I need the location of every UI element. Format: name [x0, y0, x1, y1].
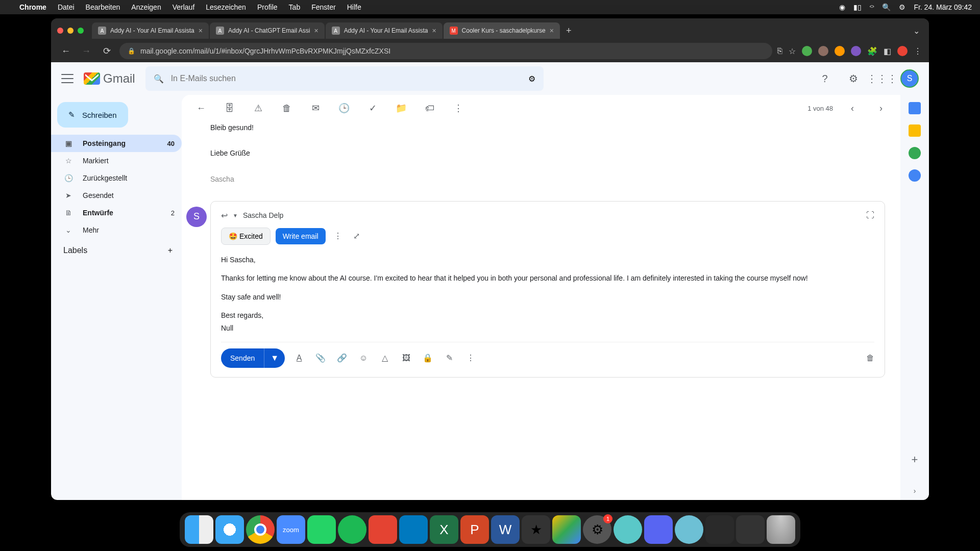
dock-app[interactable]: [705, 515, 734, 544]
sidebar-item-inbox[interactable]: ▣ Posteingang 40: [51, 135, 182, 152]
profile-avatar-icon[interactable]: [897, 46, 908, 56]
compose-button[interactable]: ✎ Schreiben: [57, 102, 128, 128]
status-record-icon[interactable]: ◉: [839, 3, 845, 11]
forward-button[interactable]: →: [79, 43, 94, 59]
menu-anzeigen[interactable]: Anzeigen: [131, 3, 161, 11]
tab-close-icon[interactable]: ×: [432, 27, 436, 35]
more-compose-options-icon[interactable]: ⋮: [463, 353, 478, 363]
popout-icon[interactable]: ⛶: [866, 211, 874, 220]
menu-datei[interactable]: Datei: [58, 3, 75, 11]
send-button[interactable]: Senden ▼: [221, 348, 285, 368]
extension-icon[interactable]: [818, 46, 828, 56]
add-to-tasks-button[interactable]: ✓: [363, 99, 382, 117]
dock-whatsapp[interactable]: [307, 515, 336, 544]
extension-icon[interactable]: [851, 46, 861, 56]
menu-bearbeiten[interactable]: Bearbeiten: [86, 3, 120, 11]
dock-excel[interactable]: X: [430, 515, 458, 544]
insert-emoji-icon[interactable]: ☺: [356, 354, 371, 363]
tasks-addon-icon[interactable]: [909, 147, 921, 159]
back-button[interactable]: ←: [58, 43, 74, 59]
dock-imovie[interactable]: ★: [522, 515, 550, 544]
dock-discord[interactable]: [644, 515, 673, 544]
dock-trello[interactable]: [399, 515, 428, 544]
ai-expand-icon[interactable]: ⤢: [350, 228, 363, 244]
insert-link-icon[interactable]: 🔗: [335, 353, 349, 363]
delete-button[interactable]: 🗑: [278, 99, 296, 117]
insert-signature-icon[interactable]: ✎: [442, 353, 456, 363]
side-panel-icon[interactable]: ◧: [884, 46, 891, 56]
get-addons-button[interactable]: +: [912, 453, 918, 466]
add-label-button[interactable]: +: [168, 246, 173, 255]
close-window-button[interactable]: [57, 28, 63, 34]
sidebar-item-drafts[interactable]: 🗎 Entwürfe 2: [51, 204, 182, 221]
insert-photo-icon[interactable]: 🖼: [399, 354, 413, 363]
calendar-addon-icon[interactable]: [909, 102, 921, 114]
menubar-clock[interactable]: Fr. 24. März 09:42: [914, 3, 972, 11]
collapse-panel-icon[interactable]: ›: [914, 487, 916, 495]
status-search-icon[interactable]: 🔍: [882, 3, 891, 11]
status-battery-icon[interactable]: ▮▯: [853, 3, 862, 11]
dock-powerpoint[interactable]: P: [460, 515, 489, 544]
mark-unread-button[interactable]: ✉: [306, 99, 325, 117]
dock-todoist[interactable]: [369, 515, 397, 544]
menu-tab[interactable]: Tab: [289, 3, 301, 11]
prev-message-button[interactable]: ‹: [843, 99, 862, 117]
sidebar-item-sent[interactable]: ➤ Gesendet: [51, 187, 182, 204]
dock-zoom[interactable]: zoom: [277, 515, 305, 544]
settings-icon[interactable]: ⚙: [843, 68, 864, 89]
extension-icon[interactable]: [802, 46, 812, 56]
reply-dropdown-icon[interactable]: ▼: [233, 213, 238, 218]
formatting-icon[interactable]: A: [292, 354, 306, 363]
dock-system-preferences[interactable]: ⚙: [583, 515, 611, 544]
tabs-dropdown-icon[interactable]: ⌄: [910, 23, 923, 39]
keep-addon-icon[interactable]: [909, 124, 921, 137]
ai-more-icon[interactable]: ⋮: [331, 228, 345, 244]
search-box[interactable]: 🔍 ⚙: [145, 66, 544, 91]
contacts-addon-icon[interactable]: [909, 169, 921, 182]
discard-draft-button[interactable]: 🗑: [866, 354, 874, 363]
maximize-window-button[interactable]: [78, 28, 84, 34]
install-app-icon[interactable]: ⎘: [777, 46, 782, 56]
report-spam-button[interactable]: ⚠: [249, 99, 267, 117]
dock-finder[interactable]: [185, 515, 213, 544]
tab-close-icon[interactable]: ×: [199, 27, 203, 35]
extensions-icon[interactable]: 🧩: [867, 46, 877, 56]
status-control-center-icon[interactable]: ⚙: [899, 3, 905, 11]
browser-tab-active[interactable]: M Cooler Kurs - saschadelpkurse ×: [444, 22, 560, 39]
account-avatar[interactable]: S: [900, 69, 919, 88]
excited-chip[interactable]: 🤩 Excited: [221, 228, 271, 245]
apps-grid-icon[interactable]: ⋮⋮⋮: [872, 68, 892, 89]
search-input[interactable]: [171, 74, 521, 83]
main-menu-button[interactable]: [61, 74, 74, 83]
status-wifi-icon[interactable]: ⌔: [870, 3, 874, 11]
menubar-app-name[interactable]: Chrome: [19, 3, 46, 11]
sidebar-item-more[interactable]: ⌄ Mehr: [51, 221, 182, 239]
dock-app[interactable]: [736, 515, 765, 544]
dock-app[interactable]: [675, 515, 703, 544]
archive-button[interactable]: 🗄: [220, 99, 239, 117]
browser-tab[interactable]: A Addy AI - Your AI Email Assista ×: [92, 22, 209, 39]
send-options-icon[interactable]: ▼: [264, 348, 285, 368]
dock-safari[interactable]: [215, 515, 244, 544]
dock-spotify[interactable]: [338, 515, 366, 544]
browser-tab[interactable]: A Addy AI - ChatGPT Email Assi ×: [210, 22, 325, 39]
next-message-button[interactable]: ›: [872, 99, 890, 117]
tab-close-icon[interactable]: ×: [550, 27, 554, 35]
menu-lesezeichen[interactable]: Lesezeichen: [206, 3, 246, 11]
tab-close-icon[interactable]: ×: [314, 27, 318, 35]
sidebar-item-snoozed[interactable]: 🕒 Zurückgestellt: [51, 169, 182, 187]
insert-drive-icon[interactable]: △: [378, 353, 392, 363]
bookmark-star-icon[interactable]: ☆: [789, 46, 796, 56]
write-email-button[interactable]: Write email: [276, 228, 326, 244]
support-icon[interactable]: ?: [815, 68, 835, 89]
extension-icon[interactable]: [835, 46, 845, 56]
reload-button[interactable]: ⟳: [99, 43, 114, 59]
chrome-menu-icon[interactable]: ⋮: [914, 46, 922, 56]
browser-tab[interactable]: A Addy AI - Your AI Email Assista ×: [326, 22, 443, 39]
dock-trash[interactable]: [767, 515, 795, 544]
url-field[interactable]: 🔒 mail.google.com/mail/u/1/#inbox/QgrcJH…: [119, 43, 772, 59]
new-tab-button[interactable]: +: [561, 22, 577, 39]
attach-file-icon[interactable]: 📎: [313, 353, 328, 363]
dock-word[interactable]: W: [491, 515, 520, 544]
menu-profile[interactable]: Profile: [257, 3, 278, 11]
